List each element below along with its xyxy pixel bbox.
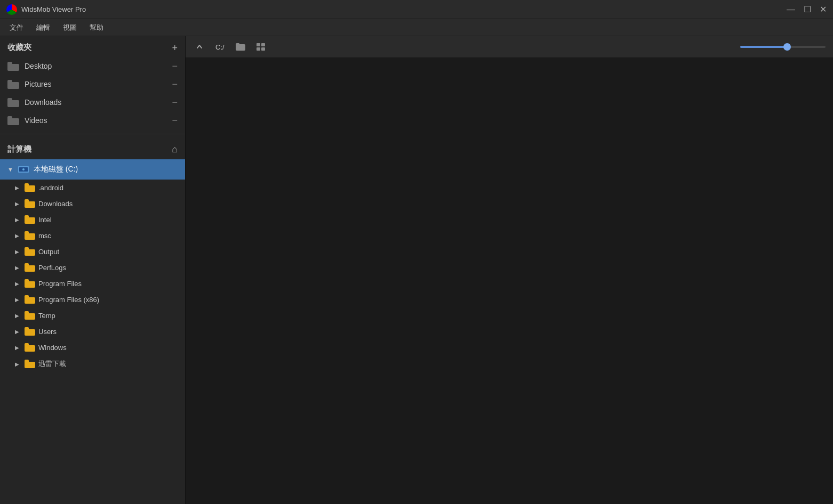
tree-chevron-icon: ▶ bbox=[15, 313, 21, 319]
tree-label: .android bbox=[38, 184, 63, 192]
folder-icon bbox=[7, 62, 19, 70]
folder-icon bbox=[25, 231, 35, 240]
view-toggle-button[interactable] bbox=[252, 39, 269, 54]
tree-item-output[interactable]: ▶ Output bbox=[0, 243, 185, 259]
tree-item-temp[interactable]: ▶ Temp bbox=[0, 307, 185, 323]
window-controls: — ☐ ✕ bbox=[787, 5, 827, 14]
menu-item-help[interactable]: 幫助 bbox=[84, 21, 109, 35]
favorite-videos[interactable]: Videos − bbox=[0, 111, 185, 129]
tree-label: Windows bbox=[38, 344, 67, 352]
remove-downloads-button[interactable]: − bbox=[172, 97, 178, 107]
main-layout: 收藏夾 + Desktop − Pictures − Downloads − bbox=[0, 36, 833, 504]
svg-rect-6 bbox=[257, 47, 260, 51]
tree-item-msc[interactable]: ▶ msc bbox=[0, 227, 185, 243]
favorite-label: Desktop bbox=[25, 62, 52, 70]
app-logo-icon bbox=[6, 4, 17, 15]
tree-label: Users bbox=[38, 328, 57, 336]
menu-item-file[interactable]: 文件 bbox=[4, 21, 29, 35]
tree-chevron-icon: ▶ bbox=[15, 185, 21, 191]
favorite-label: Pictures bbox=[25, 80, 52, 88]
zoom-slider-track[interactable] bbox=[740, 46, 826, 48]
navigate-up-button[interactable] bbox=[191, 39, 208, 54]
tree-item-intel[interactable]: ▶ Intel bbox=[0, 212, 185, 227]
favorite-label: Downloads bbox=[25, 98, 61, 107]
folder-icon bbox=[25, 247, 35, 256]
drive-icon bbox=[18, 164, 29, 175]
folder-icon bbox=[25, 279, 35, 288]
favorite-desktop[interactable]: Desktop − bbox=[0, 57, 185, 75]
home-button[interactable]: ⌂ bbox=[172, 144, 178, 155]
svg-point-3 bbox=[22, 168, 25, 170]
menu-item-view[interactable]: 視圖 bbox=[58, 21, 82, 35]
titlebar: WidsMob Viewer Pro — ☐ ✕ bbox=[0, 0, 833, 19]
content-empty-area bbox=[186, 58, 833, 504]
tree-chevron-icon: ▶ bbox=[15, 297, 21, 303]
tree-label: Intel bbox=[38, 216, 52, 224]
folder-icon bbox=[7, 98, 19, 107]
svg-rect-5 bbox=[261, 43, 265, 46]
add-favorite-button[interactable]: + bbox=[172, 43, 178, 53]
tree-label: Program Files bbox=[38, 280, 82, 288]
sidebar: 收藏夾 + Desktop − Pictures − Downloads − bbox=[0, 36, 186, 504]
zoom-slider-fill bbox=[740, 46, 787, 48]
svg-rect-2 bbox=[21, 172, 26, 173]
minimize-button[interactable]: — bbox=[787, 5, 795, 14]
tree-label: Temp bbox=[38, 312, 55, 320]
favorites-header: 收藏夾 + bbox=[0, 36, 185, 57]
tree-item-perflogs[interactable]: ▶ PerfLogs bbox=[0, 259, 185, 275]
tree-label: Program Files (x86) bbox=[38, 296, 99, 304]
titlebar-left: WidsMob Viewer Pro bbox=[6, 4, 86, 15]
tree-label: Output bbox=[38, 248, 59, 256]
close-button[interactable]: ✕ bbox=[820, 5, 827, 14]
open-folder-button[interactable] bbox=[232, 39, 249, 54]
folder-icon bbox=[7, 116, 19, 125]
folder-icon bbox=[25, 343, 35, 352]
folder-icon bbox=[25, 199, 35, 208]
favorites-title: 收藏夾 bbox=[7, 43, 31, 53]
tree-label: PerfLogs bbox=[38, 264, 66, 272]
tree-chevron-icon: ▶ bbox=[15, 201, 21, 207]
tree-item-downloads[interactable]: ▶ Downloads bbox=[0, 196, 185, 212]
tree-chevron-icon: ▶ bbox=[15, 345, 21, 351]
folder-icon bbox=[25, 311, 35, 320]
folder-icon bbox=[7, 80, 19, 88]
drive-c[interactable]: ▼ 本地磁盤 (C:) bbox=[0, 159, 185, 180]
zoom-slider-thumb[interactable] bbox=[783, 43, 791, 51]
computer-header: 計算機 ⌂ bbox=[0, 139, 185, 159]
drive-label: 本地磁盤 (C:) bbox=[34, 165, 78, 174]
svg-rect-4 bbox=[257, 43, 260, 46]
tree-chevron-icon: ▶ bbox=[15, 249, 21, 255]
tree-label: 迅雷下載 bbox=[38, 359, 66, 369]
tree-chevron-icon: ▶ bbox=[15, 233, 21, 239]
remove-pictures-button[interactable]: − bbox=[172, 79, 178, 89]
tree-item-windows[interactable]: ▶ Windows bbox=[0, 339, 185, 355]
tree-chevron-icon: ▶ bbox=[15, 329, 21, 335]
tree-label: Downloads bbox=[38, 200, 73, 208]
folder-icon bbox=[25, 215, 35, 224]
favorite-downloads[interactable]: Downloads − bbox=[0, 93, 185, 111]
favorite-pictures[interactable]: Pictures − bbox=[0, 75, 185, 93]
folder-icon bbox=[25, 327, 35, 336]
toolbar: C:/ bbox=[186, 36, 833, 58]
folder-icon bbox=[25, 360, 35, 368]
drive-chevron-icon: ▼ bbox=[7, 166, 13, 173]
remove-videos-button[interactable]: − bbox=[172, 116, 178, 125]
maximize-button[interactable]: ☐ bbox=[804, 5, 811, 14]
sidebar-divider bbox=[0, 134, 185, 134]
tree-chevron-icon: ▶ bbox=[15, 217, 21, 223]
menu-item-edit[interactable]: 編輯 bbox=[31, 21, 55, 35]
menubar: 文件 編輯 視圖 幫助 bbox=[0, 19, 833, 36]
path-display: C:/ bbox=[211, 41, 229, 53]
tree-item-program-files-x86[interactable]: ▶ Program Files (x86) bbox=[0, 291, 185, 307]
tree-item-program-files[interactable]: ▶ Program Files bbox=[0, 275, 185, 291]
app-title: WidsMob Viewer Pro bbox=[21, 5, 86, 13]
folder-icon bbox=[25, 295, 35, 304]
tree-item-thunder[interactable]: ▶ 迅雷下載 bbox=[0, 355, 185, 372]
tree-chevron-icon: ▶ bbox=[15, 361, 21, 367]
content-area: C:/ bbox=[186, 36, 833, 504]
tree-item-users[interactable]: ▶ Users bbox=[0, 323, 185, 339]
remove-desktop-button[interactable]: − bbox=[172, 61, 178, 71]
tree-item-android[interactable]: ▶ .android bbox=[0, 180, 185, 196]
svg-rect-7 bbox=[261, 47, 265, 51]
favorite-label: Videos bbox=[25, 116, 47, 125]
